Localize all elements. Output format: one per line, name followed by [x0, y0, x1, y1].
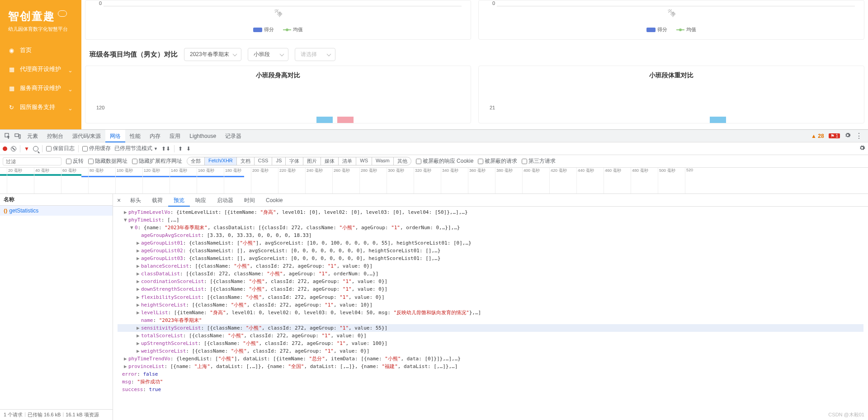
- legend-item-score[interactable]: 得分: [646, 26, 667, 33]
- chevron-down-icon: ⌄: [68, 105, 72, 109]
- record-icon[interactable]: [3, 146, 7, 151]
- filter-pill[interactable]: 字体: [286, 157, 303, 165]
- error-count[interactable]: ⚑ 1: [829, 133, 840, 138]
- preview-line[interactable]: success: true: [118, 386, 863, 393]
- filter-icon[interactable]: ▼: [24, 146, 29, 152]
- clear-icon[interactable]: [11, 146, 16, 151]
- detail-tab[interactable]: 启动器: [212, 194, 239, 207]
- filter-pill[interactable]: 全部: [187, 157, 205, 165]
- devtools-tab[interactable]: 网络: [105, 130, 125, 142]
- filter-pill[interactable]: Wasm: [372, 157, 394, 165]
- timeline[interactable]: 20 毫秒40 毫秒60 毫秒80 毫秒100 毫秒120 毫秒140 毫秒16…: [0, 168, 868, 194]
- devtools-tab[interactable]: 控制台: [42, 130, 68, 142]
- wifi-icon[interactable]: ⬆⬇: [161, 146, 170, 152]
- preview-line[interactable]: msg: "操作成功": [118, 378, 863, 386]
- throttle-select[interactable]: 已停用节流模式 ▼: [114, 145, 158, 152]
- filter-pill[interactable]: CSS: [255, 157, 273, 165]
- hide-data-url-checkbox[interactable]: 隐藏数据网址: [88, 157, 127, 165]
- filter-pill[interactable]: JS: [272, 157, 286, 165]
- preview-line[interactable]: ▶provinceList: [{name: "上海", dataList: […: [118, 363, 863, 370]
- nav-item[interactable]: ◉首页: [0, 41, 81, 60]
- timeline-tick: 240 毫秒: [305, 168, 323, 193]
- nav-item[interactable]: ▦代理商开设维护⌄: [0, 60, 81, 79]
- devtools-tab[interactable]: 性能: [125, 130, 145, 142]
- filter-input[interactable]: [3, 157, 61, 165]
- response-preview[interactable]: ▶phyTimeLevelVo: {itemLevelList: [{itemN…: [113, 207, 868, 420]
- invert-checkbox[interactable]: 反转: [66, 157, 84, 165]
- preview-line[interactable]: ▼phyTimeList: [,…]: [118, 216, 863, 224]
- devtools-tab[interactable]: 源代码/来源: [68, 130, 105, 142]
- timeline-tick: 120 毫秒: [142, 168, 160, 193]
- filter-pill[interactable]: 其他: [394, 157, 411, 165]
- preview-line[interactable]: ▼0: {name: "2023年春季期末", classDataList: […: [118, 224, 863, 231]
- preview-line[interactable]: name: "2023年春季期末": [118, 316, 863, 324]
- detail-tab[interactable]: 载荷: [146, 194, 168, 207]
- devtools-tab[interactable]: 记录器: [221, 130, 246, 142]
- select-grade[interactable]: 小班段: [248, 48, 288, 61]
- preserve-log-checkbox[interactable]: 保留日志: [46, 145, 75, 152]
- preview-line[interactable]: ▶totalScoreList: [{className: "小熊", clas…: [118, 332, 863, 340]
- download-icon[interactable]: ⬇: [186, 146, 191, 152]
- detail-tab[interactable]: Cookie: [260, 194, 288, 207]
- preview-line[interactable]: ▶heightScoreList: [{className: "小熊", cla…: [118, 301, 863, 309]
- legend-item-avg[interactable]: 均值: [676, 26, 696, 33]
- timeline-tick: 180 毫秒: [224, 168, 241, 193]
- devtools-tab[interactable]: 元素: [23, 130, 42, 142]
- hide-ext-url-checkbox[interactable]: 隐藏扩展程序网址: [132, 157, 182, 165]
- preview-line[interactable]: ▶upStrengthScoreList: [{className: "小熊",…: [118, 340, 863, 347]
- x-axis-line: [497, 6, 855, 6]
- preview-line[interactable]: ▶weightScoreList: [{className: "小熊", cla…: [118, 347, 863, 355]
- search-icon[interactable]: [33, 146, 38, 151]
- filter-pill[interactable]: 清单: [339, 157, 356, 165]
- request-item[interactable]: {} getStatistics: [0, 206, 113, 216]
- filter-pill[interactable]: 媒体: [321, 157, 339, 165]
- gear-icon[interactable]: [844, 132, 851, 140]
- upload-icon[interactable]: ⬆: [178, 146, 183, 152]
- request-list-header[interactable]: 名称: [0, 194, 113, 206]
- preview-line[interactable]: ▶balanceScoreList: [{className: "小熊", cl…: [118, 262, 863, 270]
- devtools-tab[interactable]: 应用: [165, 130, 185, 142]
- nav-item[interactable]: ↻园所服务支持⌄: [0, 98, 81, 117]
- preview-line[interactable]: ▶ageGroupList02: {classNameList: [], avg…: [118, 247, 863, 255]
- nav-label: 代理商开设维护: [20, 65, 68, 73]
- detail-tab[interactable]: 预览: [168, 194, 190, 207]
- preview-line[interactable]: ▶phyTimeTrendVo: {legendList: ["小熊"], da…: [118, 355, 863, 363]
- blocked-requests-checkbox[interactable]: 被屏蔽的请求: [478, 157, 517, 165]
- select-extra[interactable]: 请选择: [295, 48, 335, 61]
- blocked-cookies-checkbox[interactable]: 被屏蔽的响应 Cookie: [416, 157, 474, 165]
- inspect-icon[interactable]: [3, 131, 13, 141]
- select-term[interactable]: 2023年春季期末: [184, 48, 241, 61]
- preview-line[interactable]: ▶phyTimeLevelVo: {itemLevelList: [{itemN…: [118, 208, 863, 216]
- filter-pill[interactable]: 文档: [237, 157, 255, 165]
- preview-line[interactable]: ▶downStrengthScoreList: [{className: "小熊…: [118, 285, 863, 293]
- third-party-checkbox[interactable]: 第三方请求: [522, 157, 556, 165]
- preview-line[interactable]: ageGroupAvgScoreList: [3.33, 0, 33.33, 0…: [118, 231, 863, 239]
- legend-dot-icon: [676, 29, 684, 30]
- legend-item-score[interactable]: 得分: [253, 26, 274, 33]
- warning-count[interactable]: ▲ 28: [811, 133, 824, 139]
- filter-pill[interactable]: Fetch/XHR: [205, 157, 237, 165]
- devtools-tab[interactable]: 内存: [145, 130, 165, 142]
- preview-line[interactable]: ▶flexibilityScoreList: [{className: "小熊"…: [118, 293, 863, 301]
- device-toggle-icon[interactable]: [13, 131, 23, 141]
- detail-tab[interactable]: 时间: [239, 194, 260, 207]
- kebab-icon[interactable]: ⋮: [855, 132, 863, 140]
- disable-cache-checkbox[interactable]: 停用缓存: [82, 145, 111, 152]
- resource-type-filter: 全部Fetch/XHR文档CSSJS字体图片媒体清单WSWasm其他: [187, 157, 411, 165]
- devtools-tab[interactable]: Lighthouse: [185, 130, 221, 142]
- preview-line[interactable]: ▶sensitivityScoreList: [{className: "小熊"…: [118, 324, 863, 332]
- preview-line[interactable]: ▶coordinationScoreList: [{className: "小熊…: [118, 278, 863, 285]
- nav-item[interactable]: ▦服务商开设维护⌄: [0, 79, 81, 98]
- detail-tab[interactable]: 标头: [125, 194, 146, 207]
- detail-tab[interactable]: 响应: [190, 194, 212, 207]
- close-icon[interactable]: ×: [113, 197, 125, 204]
- filter-pill[interactable]: WS: [356, 157, 372, 165]
- filter-pill[interactable]: 图片: [303, 157, 321, 165]
- preview-line[interactable]: error: false: [118, 370, 863, 378]
- legend-item-avg[interactable]: 均值: [283, 26, 303, 33]
- preview-line[interactable]: ▶classDataList: [{classId: 272, classNam…: [118, 270, 863, 278]
- preview-line[interactable]: ▶ageGroupList03: {classNameList: [], avg…: [118, 255, 863, 262]
- preview-line[interactable]: ▶levelList: [{itemName: "身高", level01: 0…: [118, 309, 863, 316]
- gear-icon[interactable]: [859, 146, 865, 152]
- preview-line[interactable]: ▶ageGroupList01: {classNameList: ["小熊"],…: [118, 239, 863, 247]
